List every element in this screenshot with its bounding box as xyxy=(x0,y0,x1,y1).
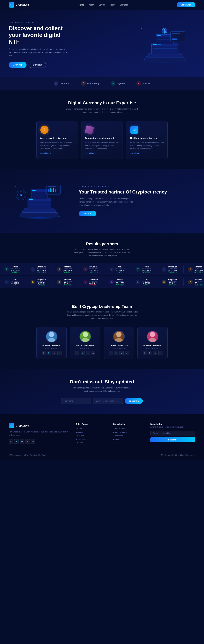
footer-quick-links-list: ▸ Privacy Policy ▸ Term Of Service ▸ Dis… xyxy=(113,428,143,444)
telegram-icon-3[interactable]: ✈ xyxy=(109,351,113,355)
telegram-icon-1[interactable]: ✈ xyxy=(42,351,46,355)
footer-link-services[interactable]: ▸ Services xyxy=(76,435,106,437)
card-secured-link[interactable]: Learn More › xyxy=(130,152,164,154)
nav-about[interactable]: About xyxy=(89,4,94,6)
hero-section: YOUR FAVORITE DIGITAL NTF! Discover and … xyxy=(0,10,204,76)
trusted-description: Toypto-currency, crypto, or coin is a di… xyxy=(79,197,134,206)
card-converts-link[interactable]: Learn More › xyxy=(40,152,74,154)
logo[interactable]: 🔷 CryptoExc. xyxy=(9,2,30,8)
footer-link-terms[interactable]: ▸ Term Of Service xyxy=(113,431,143,433)
list-item: Ξ Ethereum USD Balance $1,23,0414 AVAX +… xyxy=(26,266,52,273)
twitter-icon-4[interactable]: 🐦 xyxy=(148,351,152,355)
get-started-button[interactable]: Get Started xyxy=(177,2,195,8)
svg-rect-39 xyxy=(29,202,50,202)
newsletter-description: Sign up for updates and market news. Sub… xyxy=(71,386,133,393)
partner-bittcon-label: Bittcon.org xyxy=(87,82,99,85)
lets-start-button[interactable]: Lets Start xyxy=(79,211,96,216)
team-name-2: DIANE CUMMINGS xyxy=(73,344,98,347)
partner-cripoddd-label: Cripoddd xyxy=(60,82,69,85)
svg-rect-49 xyxy=(51,189,52,192)
card-converts-title: Converts well recive more xyxy=(40,137,74,139)
email-input[interactable] xyxy=(93,398,123,404)
avatar-1 xyxy=(46,331,57,342)
svg-rect-40 xyxy=(29,203,50,204)
footer-link-credits[interactable]: ▸ Credits xyxy=(113,438,143,440)
coin-icon: ₮ xyxy=(4,267,9,272)
footer-linkedin-icon[interactable]: in xyxy=(25,439,30,444)
svg-point-66 xyxy=(115,338,123,342)
footer-email-input[interactable] xyxy=(150,430,195,436)
avatar-3 xyxy=(113,331,125,342)
nav-service[interactable]: Service xyxy=(99,4,106,6)
subscribe-button[interactable]: Subscribe xyxy=(125,398,143,404)
results-title: Results partners xyxy=(0,242,204,246)
ticker-track-2: ✕ XRP USD Balance $2,10414 AVAX D Dogeco… xyxy=(0,278,204,286)
linkedin-icon-3[interactable]: in xyxy=(125,351,129,355)
expertise-description: Digital currency is any currency, money,… xyxy=(66,107,138,114)
svg-rect-15 xyxy=(157,41,172,41)
first-name-input[interactable] xyxy=(61,398,91,404)
footer-link-token[interactable]: ▸ Token Sale xyxy=(76,438,106,440)
svg-rect-46 xyxy=(48,186,56,187)
partner-olycoin: ⊛ Olycoin xyxy=(111,81,125,86)
footer-link-disclaimer[interactable]: ▸ Disclaimer xyxy=(113,435,143,437)
coin-icon: D xyxy=(162,280,166,284)
footer-link-privacy[interactable]: ▸ Privacy Policy xyxy=(113,428,143,430)
svg-point-64 xyxy=(81,338,89,342)
footer-telegram-icon[interactable]: ✈ xyxy=(9,439,13,444)
footer-link-contact[interactable]: ▸ Contact xyxy=(76,442,106,444)
twitter-icon-2[interactable]: 🐦 xyxy=(81,351,85,355)
footer-twitter-icon[interactable]: 🐦 xyxy=(14,439,19,444)
coin-icon: A xyxy=(83,267,88,272)
card-secured-icon: 🛡 xyxy=(130,126,139,134)
footer-subscribe-button[interactable]: Subscribe xyxy=(150,437,195,442)
twitter-icon-3[interactable]: 🐦 xyxy=(114,351,118,355)
footer-link-faq[interactable]: ▸ FAQ xyxy=(113,442,143,444)
svg-point-29 xyxy=(141,28,142,29)
medium-icon-3[interactable]: M xyxy=(120,351,124,355)
nav-team[interactable]: Team xyxy=(110,4,115,6)
telegram-icon-4[interactable]: ✈ xyxy=(143,351,147,355)
telegram-icon-2[interactable]: ✈ xyxy=(75,351,79,355)
twitter-icon-1[interactable]: 🐦 xyxy=(47,351,51,355)
list-item: ● Polkadot USD Balance $3,11,0414 AVAX -… xyxy=(79,278,105,286)
medium-icon-2[interactable]: M xyxy=(86,351,90,355)
expertise-section: Digital Currency is our Expertise Digita… xyxy=(0,90,204,169)
open-app-button[interactable]: Open App xyxy=(9,62,27,68)
medium-icon-1[interactable]: M xyxy=(52,351,56,355)
buy-now-button[interactable]: Buy Now xyxy=(29,62,46,68)
team-card-1: DIANE CUMMINGS CO-FOUNDER ✈ 🐦 M in xyxy=(36,327,67,359)
hero-buttons: Open App Buy Now xyxy=(9,62,70,68)
team-role-4: CO-FOUNDER xyxy=(140,347,165,349)
logo-icon: 🔷 xyxy=(9,2,14,8)
results-section: Results partners Results Partners is the… xyxy=(0,233,204,294)
nav-home[interactable]: Home xyxy=(78,4,84,6)
team-name-3: DIANE CUMMINGS xyxy=(106,344,131,347)
svg-rect-6 xyxy=(158,44,161,45)
footer-brand-desc: Non-fungible token is a non-interc unit … xyxy=(9,430,69,437)
footer-medium-icon[interactable]: M xyxy=(20,439,24,444)
svg-rect-41 xyxy=(29,204,50,205)
footer: 🔷 CryptoExc. Non-fungible token is a non… xyxy=(0,414,204,460)
svg-rect-7 xyxy=(153,47,177,47)
medium-icon-4[interactable]: M xyxy=(153,351,157,355)
card-transactions-link[interactable]: Learn More › xyxy=(85,152,119,154)
linkedin-icon-1[interactable]: in xyxy=(57,351,61,355)
nav-contacts[interactable]: Contacts xyxy=(120,4,128,6)
footer-link-home[interactable]: ▸ Home xyxy=(76,428,106,430)
hero-3d-graphic xyxy=(137,23,192,66)
partner-olycoin-label: Olycoin xyxy=(117,82,125,85)
trusted-title: Your Trusted partner Of Cryptocurrency xyxy=(79,189,195,195)
team-grid: DIANE CUMMINGS CO-FOUNDER ✈ 🐦 M in DIANE… xyxy=(36,327,168,359)
footer-right-text: NFT - Copyright © 2021 - 2022 All rights… xyxy=(160,454,195,456)
linkedin-icon-2[interactable]: in xyxy=(91,351,95,355)
team-card-2: DIANE CUMMINGS CO-FOUNDER ✈ 🐦 M in xyxy=(70,327,100,359)
list-item: A Avalanche USD Balance $2,10414 AVAX +0… xyxy=(79,266,105,273)
linkedin-icon-4[interactable]: in xyxy=(158,351,162,355)
card-transactions-desc: We are deliver results rather than Metri… xyxy=(85,141,119,150)
svg-point-26 xyxy=(153,44,153,45)
footer-link-about[interactable]: ▸ About Us xyxy=(76,431,106,433)
footer-other-icon[interactable]: ◉ xyxy=(31,439,35,444)
svg-rect-48 xyxy=(50,188,51,192)
coin-icon: ✕ xyxy=(136,280,140,284)
